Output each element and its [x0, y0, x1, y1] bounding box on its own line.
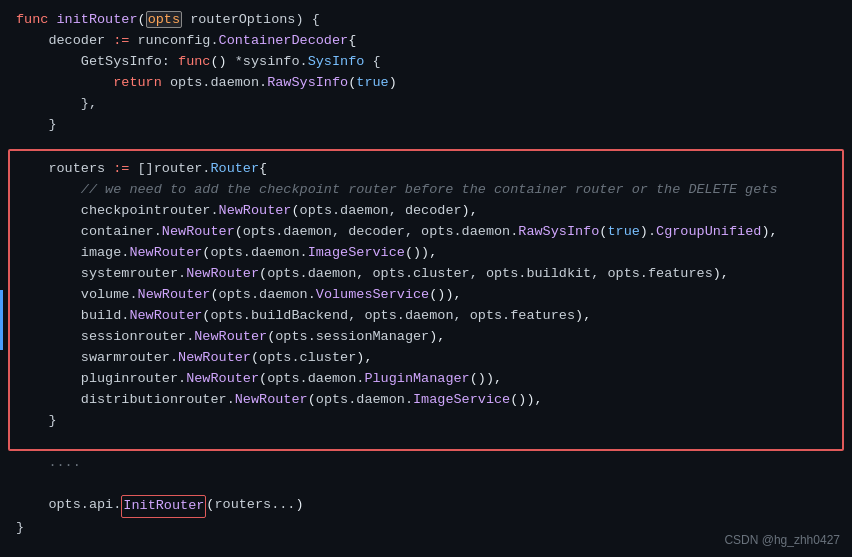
code-line-3: GetSysInfo: func() *sysinfo.SysInfo {: [0, 52, 852, 73]
code-line-1: func initRouter(opts routerOptions) {: [0, 10, 852, 31]
code-line-empty3: [0, 474, 852, 495]
keyword-func: func: [16, 10, 57, 31]
code-line-14: volume.NewRouter(opts.daemon.VolumesServ…: [0, 285, 852, 306]
func-name: initRouter: [57, 10, 138, 31]
code-line-12: image.NewRouter(opts.daemon.ImageService…: [0, 243, 852, 264]
code-line-9: // we need to add the checkpoint router …: [0, 180, 852, 201]
code-line-5: },: [0, 94, 852, 115]
code-line-8: routers := []router.Router{: [0, 159, 852, 180]
code-line-6: }: [0, 115, 852, 136]
left-accent-bar: [0, 290, 3, 350]
code-line-2: decoder := runconfig.ContainerDecoder{: [0, 31, 852, 52]
code-line-20: }: [0, 411, 852, 432]
code-line-11: container.NewRouter(opts.daemon, decoder…: [0, 222, 852, 243]
watermark: CSDN @hg_zhh0427: [724, 533, 840, 547]
code-line-empty2: [0, 432, 852, 453]
code-line-10: checkpointrouter.NewRouter(opts.daemon, …: [0, 201, 852, 222]
code-editor: func initRouter(opts routerOptions) { de…: [0, 0, 852, 557]
code-line-16: sessionrouter.NewRouter(opts.sessionMana…: [0, 327, 852, 348]
code-line-22: ....: [0, 453, 852, 474]
code-line-15: build.NewRouter(opts.buildBackend, opts.…: [0, 306, 852, 327]
code-line-19: distributionrouter.NewRouter(opts.daemon…: [0, 390, 852, 411]
code-line-13: systemrouter.NewRouter(opts.daemon, opts…: [0, 264, 852, 285]
code-line-17: swarmrouter.NewRouter(opts.cluster),: [0, 348, 852, 369]
code-line-empty1: [0, 136, 852, 157]
code-line-4: return opts.daemon.RawSysInfo(true): [0, 73, 852, 94]
code-line-24: opts.api.InitRouter(routers...): [0, 495, 852, 518]
code-line-18: pluginrouter.NewRouter(opts.daemon.Plugi…: [0, 369, 852, 390]
